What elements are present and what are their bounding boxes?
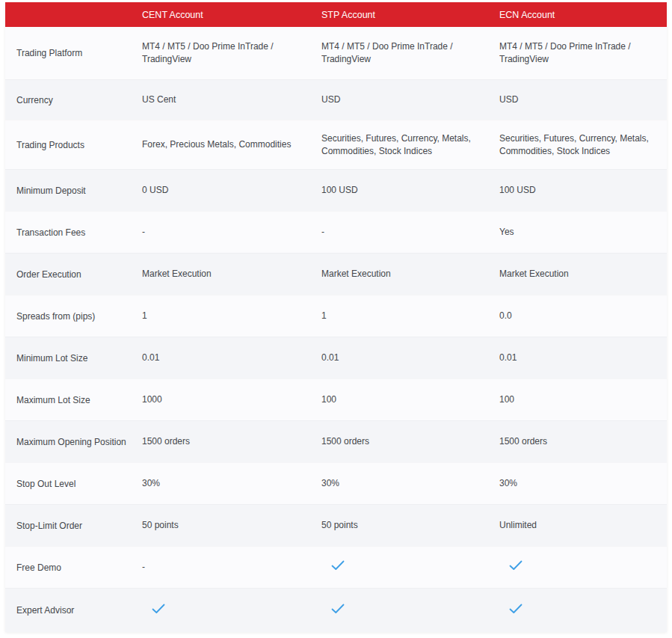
cell-value-ecn: 100 USD	[499, 184, 667, 197]
cell-value-cent	[142, 604, 314, 618]
cell-value-ecn: USD	[499, 93, 667, 106]
cell-value-cent: 0.01	[142, 352, 314, 364]
cell-value-stp: 100 USD	[321, 184, 493, 197]
cell-value-ecn	[499, 560, 667, 574]
checkmark-icon	[331, 560, 345, 571]
cell-value-cent: -	[142, 226, 314, 239]
cell-value-cent: MT4 / MT5 / Doo Prime InTrade / TradingV…	[142, 40, 314, 66]
table-row: Stop-Limit Order 50 points 50 points Unl…	[5, 504, 667, 546]
cell-value-stp: 50 points	[321, 519, 493, 532]
row-label: Transaction Fees	[5, 227, 142, 239]
cell-value-stp: USD	[321, 93, 493, 106]
checkmark-icon	[152, 604, 165, 614]
cell-value-cent: 1	[142, 310, 314, 322]
cell-value-ecn: Unlimited	[499, 519, 667, 532]
cell-value-cent: Forex, Precious Metals, Commodities	[142, 138, 314, 151]
cell-value-stp: 100	[321, 393, 493, 406]
cell-value-stp: MT4 / MT5 / Doo Prime InTrade / TradingV…	[321, 40, 493, 66]
row-label: Currency	[5, 94, 142, 106]
table-header-row: CENT Account STP Account ECN Account	[5, 2, 667, 27]
cell-value-ecn	[499, 604, 667, 618]
row-label: Order Execution	[5, 269, 142, 280]
row-label: Trading Platform	[5, 47, 142, 59]
cell-value-cent: -	[142, 561, 314, 574]
cell-value-ecn: 100	[499, 393, 667, 406]
column-header-ecn-account: ECN Account	[499, 10, 667, 20]
row-label: Free Demo	[5, 562, 142, 574]
cell-value-cent: 1500 orders	[142, 435, 314, 448]
checkmark-icon	[331, 604, 345, 614]
cell-value-ecn: Market Execution	[499, 268, 667, 280]
cell-value-ecn: 30%	[499, 477, 667, 490]
cell-value-ecn: Yes	[499, 226, 667, 239]
cell-value-ecn: 0.0	[499, 310, 667, 322]
row-label: Stop Out Level	[5, 478, 142, 490]
row-label: Maximum Opening Position	[5, 436, 142, 448]
row-label: Stop-Limit Order	[5, 520, 142, 532]
row-label: Spreads from (pips)	[5, 310, 142, 322]
cell-value-cent: 50 points	[142, 519, 314, 532]
cell-value-stp	[321, 560, 493, 574]
cell-value-ecn: MT4 / MT5 / Doo Prime InTrade / TradingV…	[499, 40, 667, 66]
table-row: Currency US Cent USD USD	[5, 79, 667, 120]
table-row: Free Demo -	[5, 546, 667, 588]
table-row: Minimum Deposit 0 USD 100 USD 100 USD	[5, 169, 667, 211]
cell-value-ecn: 1500 orders	[499, 435, 667, 448]
cell-value-stp: Securities, Futures, Currency, Metals, C…	[321, 132, 493, 158]
row-label: Minimum Lot Size	[5, 352, 142, 364]
cell-value-stp: Market Execution	[321, 268, 493, 280]
table-row: Maximum Opening Position 1500 orders 150…	[5, 420, 667, 462]
cell-value-stp: 1500 orders	[321, 435, 493, 448]
table-row: Transaction Fees - - Yes	[5, 211, 667, 253]
table-row: Maximum Lot Size 1000 100 100	[5, 378, 667, 420]
cell-value-cent: 1000	[142, 393, 314, 406]
column-header-cent-account: CENT Account	[142, 10, 321, 20]
table-body: Trading Platform MT4 / MT5 / Doo Prime I…	[5, 27, 667, 632]
cell-value-ecn: Securities, Futures, Currency, Metals, C…	[499, 132, 667, 158]
cell-value-cent: Market Execution	[142, 268, 314, 280]
account-comparison-table: CENT Account STP Account ECN Account Tra…	[5, 2, 667, 632]
table-row: Spreads from (pips) 1 1 0.0	[5, 295, 667, 337]
cell-value-cent: 30%	[142, 477, 314, 490]
table-row: Minimum Lot Size 0.01 0.01 0.01	[5, 337, 667, 378]
cell-value-stp: 0.01	[321, 352, 493, 364]
checkmark-icon	[509, 604, 523, 614]
cell-value-stp: 1	[321, 310, 493, 322]
table-row: Stop Out Level 30% 30% 30%	[5, 462, 667, 504]
cell-value-cent: US Cent	[142, 93, 314, 106]
row-label: Maximum Lot Size	[5, 394, 142, 406]
table-row: Order Execution Market Execution Market …	[5, 253, 667, 295]
cell-value-ecn: 0.01	[499, 352, 667, 364]
checkmark-icon	[509, 560, 523, 571]
row-label: Trading Products	[5, 139, 142, 151]
cell-value-stp: 30%	[321, 477, 493, 490]
cell-value-cent: 0 USD	[142, 184, 314, 197]
column-header-stp-account: STP Account	[321, 10, 499, 20]
cell-value-stp: -	[321, 226, 493, 239]
row-label: Expert Advisor	[5, 604, 142, 616]
table-row: Expert Advisor	[5, 588, 667, 632]
cell-value-stp	[321, 604, 493, 618]
table-row: Trading Platform MT4 / MT5 / Doo Prime I…	[5, 27, 667, 79]
table-row: Trading Products Forex, Precious Metals,…	[5, 120, 667, 169]
row-label: Minimum Deposit	[5, 185, 142, 197]
